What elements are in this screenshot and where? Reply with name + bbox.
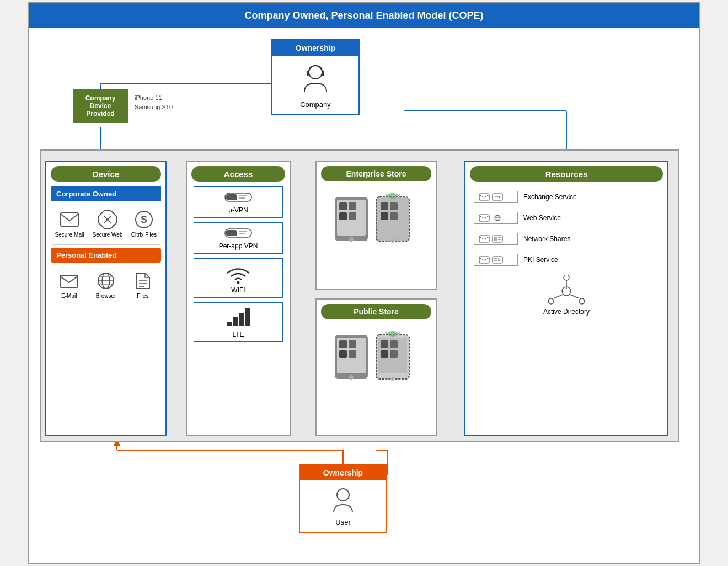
svg-point-109: [548, 298, 554, 304]
files-item: Files: [133, 271, 153, 299]
exchange-icon: [474, 191, 518, 203]
svg-rect-48: [233, 317, 238, 326]
enterprise-store-panel: Enterprise Store: [315, 161, 437, 290]
svg-rect-62: [390, 202, 398, 210]
svg-rect-43: [226, 230, 237, 236]
svg-rect-79: [390, 340, 398, 348]
corporate-owned-bar: Corporate Owned: [51, 186, 161, 201]
device-panel: Device Corporate Owned Secure Mail: [45, 161, 167, 436]
citrix-files-label: Citrix Files: [131, 232, 157, 238]
public-store-header: Public Store: [321, 304, 431, 319]
svg-rect-50: [245, 308, 250, 326]
active-directory-label: Active Directory: [543, 308, 590, 316]
device-provided-box: Company Device Provided: [73, 89, 128, 123]
svg-line-66: [385, 194, 387, 196]
ownership-company-body: Company: [272, 56, 358, 114]
svg-point-53: [349, 237, 354, 242]
svg-rect-100: [493, 257, 502, 263]
public-store-graphic: [317, 324, 436, 390]
svg-point-60: [391, 239, 394, 243]
svg-line-112: [570, 295, 579, 298]
email-label: E-Mail: [61, 293, 77, 299]
enterprise-store-header: Enterprise Store: [321, 166, 431, 181]
svg-rect-56: [339, 212, 347, 220]
pki-service-item: PKI Service: [465, 249, 667, 270]
svg-rect-20: [307, 71, 309, 76]
svg-rect-64: [390, 212, 398, 220]
secure-mail-item: Secure Mail: [55, 210, 84, 238]
svg-rect-63: [381, 212, 388, 220]
svg-point-65: [387, 193, 398, 199]
svg-line-83: [385, 332, 387, 334]
network-shares-item: Network Shares: [465, 228, 667, 249]
svg-rect-74: [349, 350, 356, 358]
svg-rect-90: [479, 215, 489, 221]
svg-point-70: [349, 375, 354, 380]
svg-rect-47: [227, 322, 232, 326]
wifi-label: WIFI: [231, 286, 245, 294]
enterprise-store-graphic: [317, 186, 436, 252]
svg-rect-55: [349, 202, 356, 210]
diagram-content: Ownership Company Company Device P: [29, 34, 699, 563]
web-icon: [474, 212, 518, 224]
svg-text:S: S: [141, 214, 147, 225]
lte-label: LTE: [232, 330, 244, 338]
title-bar: Company Owned, Personal Enabled Model (C…: [29, 3, 699, 28]
browser-item: Browser: [96, 271, 116, 299]
user-label: User: [335, 518, 350, 526]
pki-icon: [474, 254, 518, 266]
personal-apps-row: E-Mail Browser: [46, 265, 165, 305]
per-app-vpn-label: Per-app VPN: [219, 242, 258, 250]
corporate-apps-row: Secure Mail Secure Web S: [46, 204, 165, 243]
company-label: Company: [300, 100, 331, 109]
svg-point-82: [387, 331, 398, 337]
ownership-company-header: Ownership: [272, 40, 358, 56]
svg-rect-49: [239, 313, 244, 326]
svg-rect-99: [479, 257, 489, 263]
exchange-service-label: Exchange Service: [523, 193, 577, 201]
ownership-company-box: Ownership Company: [271, 39, 360, 115]
svg-rect-96: [494, 237, 497, 241]
device-panel-header: Device: [51, 166, 161, 182]
svg-rect-85: [479, 194, 489, 200]
secure-mail-label: Secure Mail: [55, 232, 84, 238]
resources-header: Resources: [470, 166, 663, 182]
exchange-service-item: Exchange Service: [465, 186, 667, 207]
access-panel: Access μ-VPN Per-: [186, 161, 291, 436]
secure-web-item: Secure Web: [93, 210, 123, 238]
svg-rect-71: [339, 340, 347, 348]
svg-point-19: [309, 66, 322, 79]
ownership-user-body: User: [300, 480, 386, 532]
svg-line-84: [398, 332, 400, 334]
email-item: E-Mail: [59, 271, 79, 299]
svg-point-107: [564, 275, 569, 280]
svg-line-110: [554, 295, 563, 298]
user-person-icon: [329, 486, 357, 516]
svg-rect-57: [349, 212, 356, 220]
device-label-line2: Samsung S10: [135, 103, 173, 113]
pki-service-label: PKI Service: [523, 256, 558, 264]
svg-rect-81: [390, 350, 398, 358]
device-small-label: iPhone 11 Samsung S10: [135, 93, 173, 113]
divider: [52, 244, 160, 245]
network-shares-label: Network Shares: [523, 235, 570, 243]
svg-point-111: [579, 298, 585, 304]
personal-enabled-bar: Personal Enabled: [51, 248, 161, 263]
svg-rect-61: [381, 202, 388, 210]
svg-rect-72: [349, 340, 356, 348]
svg-rect-78: [381, 340, 388, 348]
svg-rect-73: [339, 350, 347, 358]
citrix-files-item: S Citrix Files: [131, 210, 157, 238]
wifi-item: WIFI: [194, 258, 283, 298]
svg-rect-29: [60, 275, 78, 287]
per-app-vpn-item: Per-app VPN: [194, 222, 283, 254]
active-directory-item: Active Directory: [465, 270, 667, 320]
company-person-icon: [299, 61, 332, 98]
device-label-line1: iPhone 11: [135, 93, 173, 103]
access-panel-header: Access: [191, 166, 285, 182]
lte-item: LTE: [194, 302, 283, 342]
svg-line-67: [398, 194, 400, 196]
network-icon: [474, 233, 518, 245]
svg-point-77: [391, 377, 394, 381]
files-label: Files: [137, 293, 148, 299]
